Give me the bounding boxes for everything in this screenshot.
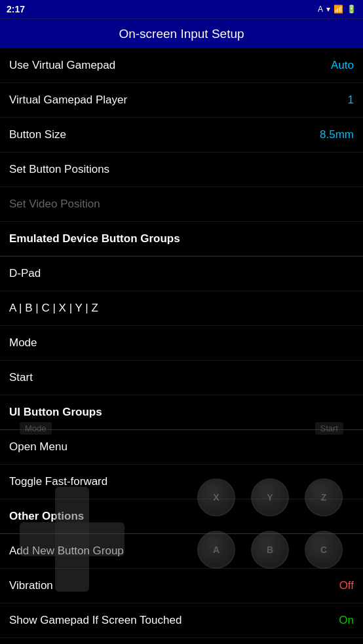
label-mode: Mode [9,336,37,349]
label-dpad: D-Pad [9,267,41,280]
battery-icon: 🔋 [347,5,356,14]
label-set-video-position: Set Video Position [9,198,100,211]
value-show-gamepad-if-screen-touched: On [339,614,354,627]
label-virtual-gamepad-player: Virtual Gamepad Player [9,94,127,107]
list-item-start[interactable]: Start [0,361,363,395]
settings-list: Use Virtual GamepadAutoVirtual Gamepad P… [0,48,363,644]
list-item-virtual-gamepad-player[interactable]: Virtual Gamepad Player1 [0,83,363,118]
label-emulated-device-header: Emulated Device Button Groups [9,232,180,245]
list-item-open-menu[interactable]: Open Menu [0,430,363,465]
list-item-add-new-button-group[interactable]: Add New Button Group [0,534,363,569]
status-icons: A ▾ 📶 🔋 [318,5,356,14]
list-item-set-video-position[interactable]: Set Video Position [0,187,363,222]
list-item-button-size[interactable]: Button Size8.5mm [0,118,363,152]
list-item-abcxyz[interactable]: A | B | C | X | Y | Z [0,291,363,326]
signal-icon: 📶 [334,5,343,14]
list-item-ui-button-groups-header[interactable]: UI Button Groups [0,395,363,430]
value-virtual-gamepad-player: 1 [348,94,354,107]
label-use-virtual-gamepad: Use Virtual Gamepad [9,59,115,72]
list-item-other-options-header[interactable]: Other Options [0,499,363,534]
list-item-mode[interactable]: Mode [0,326,363,361]
label-vibration: Vibration [9,579,53,592]
list-item-dpad[interactable]: D-Pad [0,257,363,291]
label-ui-button-groups-header: UI Button Groups [9,406,102,419]
label-other-options-header: Other Options [9,510,84,523]
wifi-icon: ▾ [326,5,330,14]
list-item-emulated-device-header[interactable]: Emulated Device Button Groups [0,222,363,257]
label-set-button-positions: Set Button Positions [9,163,109,176]
list-item-show-gamepad-if-screen-touched[interactable]: Show Gamepad If Screen TouchedOn [0,603,363,638]
list-item-set-button-positions[interactable]: Set Button Positions [0,152,363,187]
value-button-size: 8.5mm [320,128,354,141]
label-open-menu: Open Menu [9,440,67,454]
label-button-size: Button Size [9,128,66,141]
label-start: Start [9,371,33,384]
title-bar: On-screen Input Setup [0,18,363,48]
value-vibration: Off [339,579,354,592]
label-abcxyz: A | B | C | X | Y | Z [9,302,98,315]
status-bar: 2:17 A ▾ 📶 🔋 [0,0,363,18]
list-item-highlight-pushed-buttons[interactable]: Highlight Pushed ButtonsOn [0,638,363,644]
page-title: On-screen Input Setup [119,27,244,41]
label-show-gamepad-if-screen-touched: Show Gamepad If Screen Touched [9,614,182,627]
label-toggle-fast-forward: Toggle Fast-forward [9,475,107,488]
list-item-use-virtual-gamepad[interactable]: Use Virtual GamepadAuto [0,48,363,83]
list-item-vibration[interactable]: VibrationOff [0,569,363,603]
label-add-new-button-group: Add New Button Group [9,545,124,558]
value-use-virtual-gamepad: Auto [331,59,354,72]
list-item-toggle-fast-forward[interactable]: Toggle Fast-forward [0,465,363,499]
status-time: 2:17 [7,4,25,14]
a-icon: A [318,5,323,14]
